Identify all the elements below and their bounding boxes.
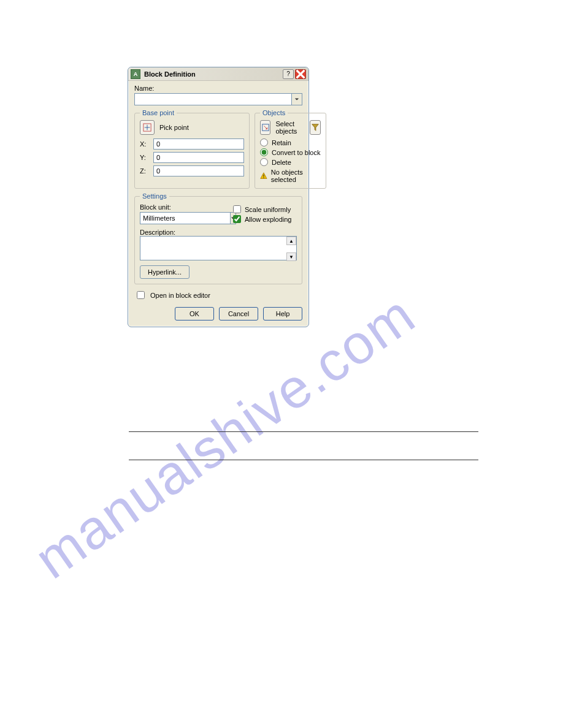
- quick-select-button[interactable]: [310, 120, 320, 135]
- block-unit-label: Block unit:: [140, 203, 221, 211]
- pick-point-label: Pick point: [159, 124, 189, 131]
- page-divider: [129, 460, 478, 460]
- svg-point-2: [263, 177, 264, 178]
- description-label: Description:: [140, 229, 297, 236]
- select-objects-button[interactable]: [260, 120, 270, 135]
- name-combobox[interactable]: [134, 93, 302, 105]
- open-block-editor-checkbox[interactable]: [137, 291, 145, 299]
- x-input[interactable]: [153, 138, 244, 150]
- help-title-button[interactable]: ?: [283, 69, 294, 79]
- delete-label: Delete: [272, 159, 291, 166]
- app-icon: A: [131, 69, 140, 79]
- base-point-legend: Base point: [140, 109, 177, 116]
- z-label: Z:: [140, 167, 148, 175]
- settings-group: Settings Block unit: Scale uniformly: [134, 192, 302, 284]
- convert-radio[interactable]: [260, 148, 268, 156]
- allow-exploding-checkbox[interactable]: [233, 215, 241, 223]
- cancel-button[interactable]: Cancel: [219, 307, 258, 320]
- warning-label: No objects selected: [271, 169, 321, 183]
- name-dropdown-button[interactable]: [291, 93, 302, 105]
- allow-exploding-label: Allow exploding: [245, 216, 291, 223]
- description-textarea[interactable]: [140, 236, 297, 260]
- page-divider: [129, 431, 478, 432]
- scroll-down-button[interactable]: ▼: [286, 252, 296, 261]
- open-block-editor-label: Open in block editor: [150, 292, 210, 299]
- convert-label: Convert to block: [272, 149, 320, 156]
- objects-group: Objects Select objects: [255, 109, 326, 189]
- warning-icon: [260, 172, 267, 180]
- ok-button[interactable]: OK: [175, 307, 214, 320]
- help-button[interactable]: Help: [263, 307, 302, 320]
- titlebar[interactable]: A Block Definition ?: [128, 67, 308, 81]
- delete-radio[interactable]: [260, 158, 268, 166]
- scroll-up-button[interactable]: ▲: [286, 237, 296, 245]
- x-label: X:: [140, 140, 148, 148]
- block-definition-dialog: A Block Definition ? Name: Base point: [128, 67, 309, 327]
- block-unit-combobox[interactable]: [140, 212, 221, 224]
- close-icon: [296, 69, 305, 79]
- retain-radio[interactable]: [260, 138, 268, 146]
- base-point-group: Base point Pick point X: Y:: [134, 109, 250, 189]
- z-input[interactable]: [153, 165, 244, 176]
- watermark-text: manualshive.com: [24, 282, 427, 591]
- select-icon: [261, 123, 270, 132]
- retain-label: Retain: [272, 139, 291, 146]
- scale-uniformly-label: Scale uniformly: [245, 206, 291, 213]
- pick-point-button[interactable]: [140, 120, 155, 135]
- objects-legend: Objects: [260, 109, 288, 116]
- y-label: Y:: [140, 154, 148, 161]
- hyperlink-button[interactable]: Hyperlink...: [140, 265, 190, 279]
- crosshair-icon: [143, 123, 151, 132]
- block-unit-input[interactable]: [140, 212, 230, 224]
- chevron-down-icon: [294, 97, 299, 102]
- dialog-title: Block Definition: [144, 70, 279, 78]
- name-input[interactable]: [134, 93, 291, 105]
- settings-legend: Settings: [140, 192, 169, 200]
- y-input[interactable]: [153, 152, 244, 163]
- filter-icon: [311, 123, 320, 132]
- select-objects-label: Select objects: [275, 120, 305, 135]
- close-title-button[interactable]: [295, 69, 306, 79]
- scale-uniformly-checkbox[interactable]: [233, 205, 241, 213]
- name-label: Name:: [134, 85, 302, 92]
